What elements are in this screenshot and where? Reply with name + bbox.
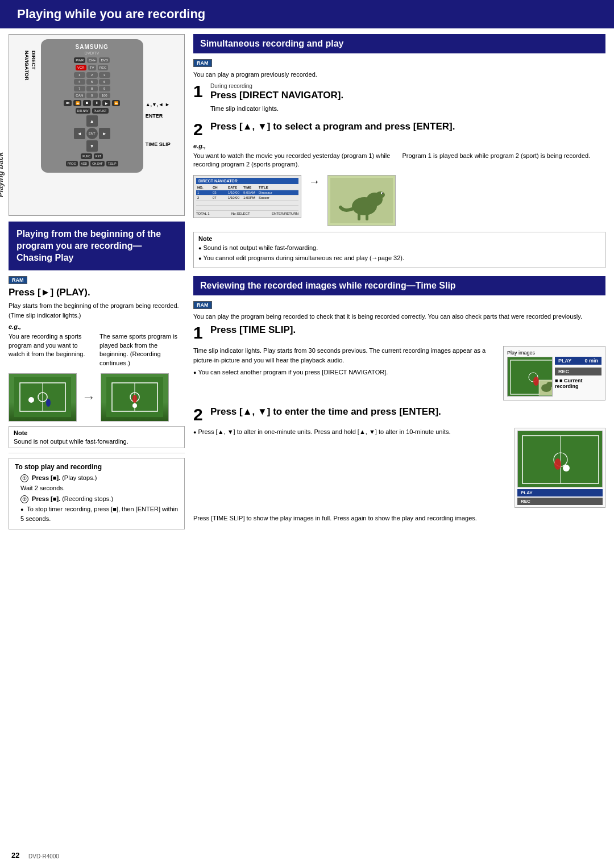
remote-rec-btn[interactable]: REC <box>98 65 109 70</box>
remote-3[interactable]: 3 <box>99 72 110 78</box>
ts-step2-num: 2 <box>193 406 206 423</box>
nav-r1-title: Dinosaur <box>258 191 273 194</box>
remote-enter[interactable]: ENT <box>86 128 98 139</box>
soccer-diagram2: PLAY REC <box>515 428 605 508</box>
ram-badge-chasing: RAM <box>9 276 27 284</box>
svg-point-11 <box>132 403 137 408</box>
simultaneous-section: Simultaneous recording and play RAM You … <box>193 34 605 268</box>
ts-step1-content: Press [TIME SLIP]. <box>210 324 605 339</box>
step2-bars: PLAY REC <box>517 489 603 505</box>
remote-ch-btn[interactable]: CH+ <box>87 57 97 63</box>
svg-point-5 <box>46 399 51 407</box>
ram-badge-timeslip: RAM <box>193 301 212 309</box>
remote-0[interactable]: 0 <box>86 93 98 98</box>
nav-empty-row-1 <box>196 201 298 206</box>
remote-left[interactable]: ◄ <box>74 128 85 139</box>
nav-col-title: TITLE <box>258 186 272 189</box>
enter-label: ▲,▼,◄ ► <box>146 102 171 107</box>
sim-eg-col2: Program 1 is played back while program 2… <box>403 152 606 169</box>
svg-rect-18 <box>358 214 360 220</box>
side-label: Playing back <box>0 152 5 197</box>
direct-navigator-label: DIRECT NAVIGATOR <box>23 51 36 81</box>
time-slip-intro: You can play the program being recorded … <box>193 312 605 322</box>
current-rec-label: ■ ■ Current recording <box>555 378 601 389</box>
remote-return[interactable]: RET <box>94 153 103 159</box>
rec-bar: REC <box>555 368 601 375</box>
stop-press-2: Press [■]. <box>32 495 60 502</box>
ts-step1-text: Time slip indicator lights. Play starts … <box>193 346 496 378</box>
sim-eg-col1: You want to watch the movie you recorded… <box>193 152 397 169</box>
remote-timeslip-btn[interactable]: T.SLIP <box>106 161 118 166</box>
note-label-sim: Note <box>198 235 600 242</box>
nav-data-row-1: 1 03 1/10/00 9:00AM Dinosaur <box>196 190 298 195</box>
ram-badge-simultaneous: RAM <box>193 59 212 67</box>
remote-7[interactable]: 7 <box>74 86 85 91</box>
stop-press-1: Press [■]. <box>32 474 60 481</box>
stop-step2: ② Press [■]. (Recording stops.) <box>20 494 179 504</box>
svg-point-15 <box>376 191 385 198</box>
sim-step1-content: During recording Press [DIRECT NAVIGATOR… <box>210 83 605 117</box>
nav-footer-enter: ENTER/RETURN <box>272 212 298 215</box>
stop-circle-1: ① <box>20 474 28 482</box>
chasing-play-title: Playing from the beginning of the progra… <box>9 222 185 270</box>
dvd-model: DVD-R4000 <box>28 853 59 859</box>
svg-point-17 <box>382 193 383 194</box>
remote-pause[interactable]: ⏸ <box>93 100 101 106</box>
remote-functions[interactable]: FUNC <box>81 153 92 159</box>
remote-dvd-btn[interactable]: DVD <box>99 57 110 63</box>
left-column: DIRECT NAVIGATOR SAMSUNG DVD/TV PWR CH+ … <box>9 34 185 535</box>
nav-r2-ch: 07 <box>211 196 226 199</box>
nav-r1-time: 9:00AM <box>242 191 256 194</box>
remote-play[interactable]: ▶ <box>102 100 110 106</box>
remote-stop[interactable]: ⏹ <box>83 100 91 106</box>
remote-skip-back[interactable]: ⏮ <box>64 100 72 106</box>
remote-8[interactable]: 8 <box>86 86 98 91</box>
remote-progcheck[interactable]: PROG <box>66 161 78 166</box>
remote-tv-btn[interactable]: TV <box>88 65 96 70</box>
nav-title-bar: DIRECT NAVIGATOR <box>196 178 298 184</box>
nav-r2-no: 2 <box>196 196 210 199</box>
nav-col-ch: CH <box>211 186 226 189</box>
rec-bar2: REC <box>517 498 603 505</box>
remote-right[interactable]: ► <box>99 128 110 139</box>
ts-step2-heading: Press [▲, ▼] to enter the time and press… <box>210 406 605 418</box>
simultaneous-intro: You can play a program previously record… <box>193 70 605 80</box>
remote-5[interactable]: 5 <box>86 79 98 85</box>
nav-r3-no <box>196 201 210 205</box>
eg-columns-chasing: You are recording a sports program and y… <box>9 332 185 368</box>
remote-direct-nav-btn[interactable]: DIR.NAV <box>76 108 90 114</box>
remote-fwd[interactable]: ⏩ <box>112 100 120 106</box>
remote-playlist-btn[interactable]: PLAYLIST <box>92 108 109 114</box>
note-sim: Note Sound is not output while fast-forw… <box>193 232 605 268</box>
eg-col2-chasing: The same sports program is played back f… <box>99 332 185 368</box>
remote-up[interactable]: ▲ <box>86 115 98 127</box>
ts-step1-bullet: You can select another program if you pr… <box>193 368 496 377</box>
nav-plus-dino: DIRECT NAVIGATOR NO. CH DATE TIME TITLE … <box>193 175 605 226</box>
enter-label2: ENTER <box>146 113 171 119</box>
remote-1[interactable]: 1 <box>74 72 85 78</box>
nav-header-row: NO. CH DATE TIME TITLE <box>196 185 298 190</box>
nav-footer-select: No SELECT <box>231 212 250 215</box>
remote-vcr-btn[interactable]: VCR <box>76 65 86 70</box>
remote-9[interactable]: 9 <box>99 86 110 91</box>
svg-point-4 <box>28 397 34 403</box>
remote-4[interactable]: 4 <box>74 79 85 85</box>
play-images-label: Play images <box>507 350 601 356</box>
page-number: 22 <box>11 851 19 859</box>
time-slip-section: Reviewing the recorded images while reco… <box>193 276 605 523</box>
remote-cancel[interactable]: CAN <box>74 93 85 98</box>
remote-add[interactable]: ADD <box>80 161 89 166</box>
remote-down[interactable]: ▼ <box>86 140 98 152</box>
remote-2[interactable]: 2 <box>86 72 98 78</box>
remote-6[interactable]: 6 <box>99 79 110 85</box>
stop-wait: Wait 2 seconds. <box>20 483 179 493</box>
remote-rew[interactable]: ⏪ <box>73 100 81 106</box>
remote-chshift[interactable]: CH.SHF <box>90 161 105 166</box>
page-title: Playing while you are recording <box>0 0 614 28</box>
play-bar: PLAY 0 min <box>555 357 601 365</box>
remote-power-btn[interactable]: PWR <box>74 57 85 63</box>
svg-point-32 <box>563 465 570 471</box>
nav-col-no: NO. <box>196 186 210 189</box>
remote-100[interactable]: 100 <box>99 93 110 98</box>
chasing-play-body: Play starts from the beginning of the pr… <box>9 301 185 320</box>
